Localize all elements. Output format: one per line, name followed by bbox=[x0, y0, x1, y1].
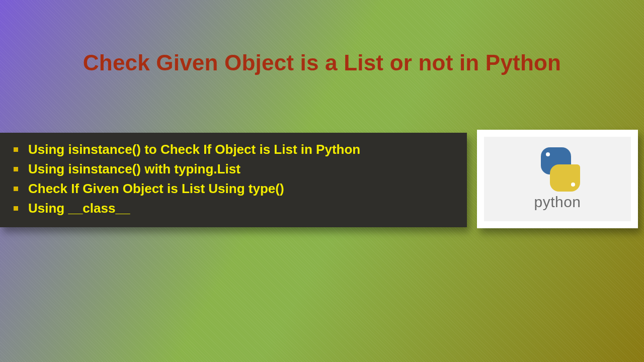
list-item: Check If Given Object is List Using type… bbox=[9, 179, 458, 199]
python-snake-icon bbox=[530, 147, 585, 192]
bullet-list: Using isinstance() to Check If Object is… bbox=[9, 140, 458, 218]
list-item: Using __class__ bbox=[9, 199, 458, 218]
python-logo-card: python bbox=[477, 130, 638, 228]
slide-title: Check Given Object is a List or not in P… bbox=[0, 50, 644, 75]
python-logo: python bbox=[484, 137, 631, 221]
list-item: Using isinstance() with typing.List bbox=[9, 159, 458, 179]
presentation-slide: Check Given Object is a List or not in P… bbox=[0, 0, 644, 362]
bullet-list-box: Using isinstance() to Check If Object is… bbox=[0, 133, 467, 227]
python-logo-label: python bbox=[534, 194, 581, 211]
list-item: Using isinstance() to Check If Object is… bbox=[9, 140, 458, 159]
